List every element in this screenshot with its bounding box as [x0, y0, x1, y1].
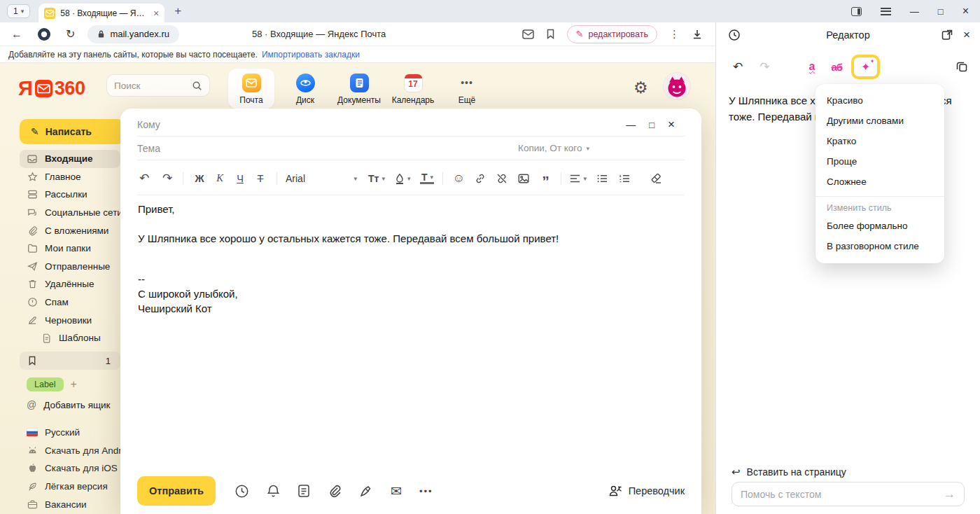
insert-image-button[interactable] [517, 174, 531, 183]
menu-icon[interactable] [881, 8, 891, 15]
text-color-button[interactable]: Т▾ [420, 172, 434, 184]
copy-icon[interactable] [956, 61, 967, 72]
settings-gear-icon[interactable]: ⚙ [634, 78, 648, 97]
fill-color-button[interactable]: ▾ [395, 173, 411, 184]
downloads-icon[interactable] [692, 29, 703, 40]
send-button[interactable]: Отправить [137, 476, 216, 506]
cc-from-toggle[interactable]: Копии, От кого ▾ [518, 143, 589, 153]
eraser-format-button[interactable] [649, 173, 663, 183]
add-label-icon[interactable]: + [71, 378, 77, 391]
submit-arrow-icon[interactable]: → [944, 487, 955, 501]
add-mailbox-button[interactable]: @ Добавить ящик [27, 396, 111, 414]
reminder-bell-button[interactable] [267, 484, 280, 499]
menu-item-other-words[interactable]: Другими словами [816, 111, 944, 131]
import-bookmarks-link[interactable]: Импортировать закладки [262, 50, 360, 60]
menu-item-simpler[interactable]: Проще [816, 151, 944, 172]
editor-redo-button[interactable]: ↷ [760, 60, 769, 74]
back-button[interactable]: ← [11, 28, 22, 41]
address-field[interactable]: mail.yandex.ru [88, 25, 179, 43]
user-avatar[interactable] [664, 73, 690, 99]
service-calendar[interactable]: 17 Календарь [390, 69, 436, 109]
compose-button[interactable]: ✎ Написать [20, 119, 125, 144]
service-label: Документы [336, 95, 382, 105]
new-tab-button[interactable]: + [174, 4, 181, 18]
attach-file-button[interactable] [328, 484, 342, 498]
align-button[interactable]: ▾ [570, 174, 587, 183]
translator-label: Переводчик [629, 485, 685, 496]
mail-icon[interactable] [522, 29, 534, 39]
close-panel-icon[interactable]: × [963, 28, 970, 42]
notes-button[interactable] [298, 484, 310, 498]
message-body[interactable]: Привет, У Шляпника все хорошо у остальны… [138, 202, 685, 316]
schedule-send-button[interactable] [234, 484, 249, 499]
italic-button[interactable]: К [212, 172, 227, 184]
menu-item-complex[interactable]: Сложнее [816, 172, 944, 192]
lock-icon [97, 29, 105, 39]
strikethrough-button[interactable]: Т [253, 173, 268, 184]
bold-button[interactable]: Ж [192, 173, 207, 184]
quote-button[interactable]: ” [538, 178, 552, 185]
editor-undo-button[interactable]: ↶ [733, 60, 743, 74]
service-label: Диск [282, 95, 328, 105]
subject-field[interactable]: Тема Копии, От кого ▾ [137, 137, 685, 160]
service-more[interactable]: ••• Ещё [444, 69, 490, 109]
browser-tab[interactable]: 58 · Входящие — Янд... × [38, 4, 164, 22]
page-menu-icon[interactable]: ⋮ [669, 28, 680, 41]
spellcheck-icon[interactable]: a [809, 60, 816, 73]
menu-item-brief[interactable]: Кратко [816, 131, 944, 151]
service-mail[interactable]: Почта [228, 69, 274, 109]
menu-item-beautiful[interactable]: Красиво [816, 90, 944, 111]
signature-pen-button[interactable] [359, 484, 373, 498]
emoji-button[interactable]: ☺ [451, 172, 465, 186]
numbered-list-button[interactable] [617, 174, 631, 183]
folder-label: Входящие [45, 153, 92, 164]
redo-button[interactable]: ↷ [160, 171, 174, 186]
font-size-button[interactable]: Тт▾ [368, 173, 385, 184]
bulleted-list-button[interactable] [595, 174, 609, 183]
bookmarked-filter-row[interactable]: 1 [20, 352, 120, 370]
folder-label: Удалённые [45, 279, 94, 289]
apple-icon [27, 463, 38, 474]
font-family-select[interactable]: Arial ▾ [286, 173, 357, 184]
paper-plane-icon [27, 261, 38, 272]
menu-item-formal[interactable]: Более формально [816, 216, 944, 236]
ai-improve-button-highlighted[interactable]: ✦ ✦ [851, 55, 880, 79]
add-mailbox-label: Добавить ящик [43, 400, 110, 410]
label-tag[interactable]: Label [27, 377, 64, 391]
insert-to-page-button[interactable]: ↩ Вставить на страницу [732, 466, 846, 478]
window-controls: — □ × [851, 5, 969, 18]
minimize-button[interactable]: — [910, 6, 919, 17]
ai-prompt-field[interactable]: → [732, 482, 965, 506]
folder-inbox[interactable]: Входящие [20, 150, 120, 168]
refresh-button[interactable]: ↻ [66, 27, 75, 41]
tab-close-icon[interactable]: × [153, 8, 159, 19]
more-services-icon: ••• [461, 77, 473, 88]
open-in-window-icon[interactable] [941, 29, 953, 41]
insert-arrow-icon: ↩ [732, 466, 741, 478]
bookmark-icon[interactable] [546, 29, 555, 39]
bookmarks-hint-text: Добавляйте на эту панель сайты, которые … [8, 50, 258, 60]
ai-prompt-input[interactable] [741, 489, 944, 500]
more-actions-button[interactable]: ••• [419, 486, 433, 496]
maximize-button[interactable]: □ [938, 6, 944, 17]
to-field[interactable]: Кому [137, 113, 685, 137]
service-disk[interactable]: Диск [282, 69, 328, 109]
tab-counter-button[interactable]: 1 ▾ [7, 4, 30, 18]
unlink-button[interactable] [495, 173, 509, 184]
signature-dashes: -- [138, 272, 685, 286]
service-docs[interactable]: Документы [336, 69, 382, 109]
edit-mode-button[interactable]: ✎ редактировать [567, 25, 657, 43]
alice-assistant-icon[interactable] [37, 27, 51, 41]
close-window-button[interactable]: × [962, 5, 969, 18]
undo-button[interactable]: ↶ [137, 171, 151, 186]
browser-toolbar: ← ↻ mail.yandex.ru 58 · Входящие — Яндек… [0, 22, 715, 46]
editor-panel-title: Редактор [716, 29, 980, 41]
rephrase-icon[interactable]: aб [831, 61, 842, 73]
translator-button[interactable]: Переводчик [609, 485, 685, 498]
envelope-button[interactable]: ✉ [391, 483, 402, 499]
underline-button[interactable]: Ч [232, 173, 248, 184]
link-button[interactable] [473, 173, 487, 184]
menu-section-label: Изменить стиль [816, 201, 944, 216]
menu-item-conversational[interactable]: В разговорном стиле [816, 236, 944, 256]
side-panel-icon[interactable] [851, 7, 862, 16]
